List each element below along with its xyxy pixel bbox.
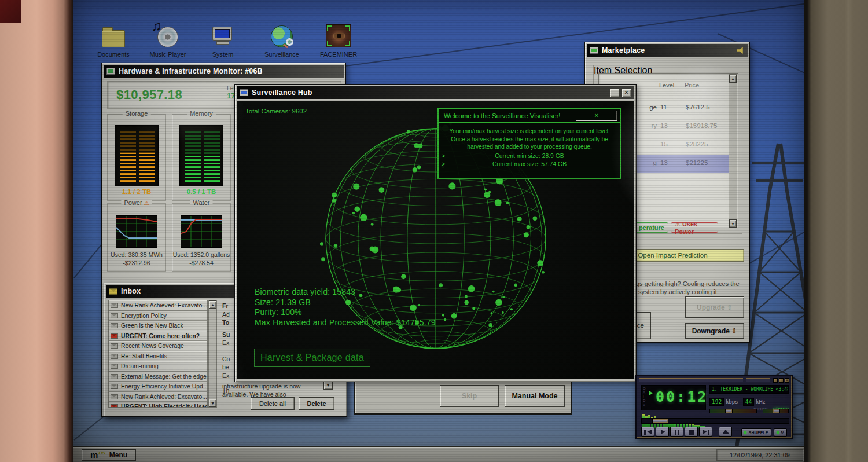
balance-knob[interactable] [773,409,780,413]
balance-slider[interactable] [763,409,789,413]
monitor-bezel-corner [0,0,21,23]
seek-bar[interactable] [641,418,789,424]
list-item[interactable]: Energy Efficiency Initiative Upd... [109,382,207,392]
taskbar-clock: 12/02/1999, 22:31:09 [716,449,803,461]
icon-label: Documents [90,51,137,58]
minimize-icon[interactable]: – [610,89,620,97]
list-item[interactable]: New Rank Achieved: Excavato... [109,392,207,402]
mail-icon [111,374,118,379]
downgrade-button[interactable]: Downgrade ⇩ [685,323,744,339]
power-cost: -$2312.96 [108,259,165,266]
surveillance-viewport: Total Cameras: 9602 Biometric data yield… [237,101,634,379]
prompt-icon: > [442,153,445,159]
icon-label: System [200,51,246,58]
list-item[interactable]: New Rank Achieved: Excavato... [109,300,207,311]
clutterbar[interactable]: OAIDV [643,387,646,407]
scroll-up-icon[interactable]: ▲ [729,75,737,83]
track-title: 1. TEKRIDER - WORKLIFE <3:48> [709,385,789,394]
item-table-scrollbar[interactable]: ▲ ▼ [729,74,737,228]
screen: Documents ♫ Music Player System Surveill… [73,0,804,462]
processing-queue-panel: Skip Manual Mode [354,380,572,415]
mail-icon [111,313,118,318]
memory-led-meter [179,125,223,186]
start-menu-button[interactable]: m OS Menu [82,449,136,461]
seek-handle[interactable] [652,419,668,423]
surveillance-titlebar[interactable]: Surveillance Hub – ✕ [237,86,634,99]
list-item[interactable]: Green is the New Black [109,321,207,331]
scroll-down-icon[interactable]: ▼ [729,219,737,228]
message-scroll-down-icon[interactable]: ▼ [323,381,333,390]
max-size: Current max size: 57.74 GB [492,161,567,167]
monitor-bezel-left [0,0,73,462]
player-minimize-icon[interactable] [773,378,778,383]
list-item[interactable]: Re: Staff Benefits [109,351,207,362]
account-balance: $10,957.18 [116,87,182,102]
mail-icon [111,364,118,369]
next-button[interactable] [699,427,712,437]
harvest-value: Max Harvested and Processed Value: $1479… [255,318,436,328]
computer-icon [212,27,233,47]
upgrade-button[interactable]: Upgrade ⇧ [685,296,744,318]
storage-value: 1.1 / 2 TB [108,188,165,195]
play-button[interactable] [656,427,669,437]
samplerate-value: 44 [743,398,754,406]
marketplace-titlebar[interactable]: Marketplace [587,44,748,57]
inbox-scrollbar[interactable]: ▲ ▼ [208,300,217,408]
previous-button[interactable] [641,427,654,437]
player-titlebar[interactable]: ✕ [639,377,789,383]
list-item[interactable]: External Message: Get the edge... [109,372,207,382]
hardware-titlebar[interactable]: Hardware & Infrastructure Monitor: #06B [104,65,344,78]
window-title: Surveillance Hub [252,89,312,97]
close-icon[interactable]: ✕ [621,89,631,97]
mail-icon [111,303,118,308]
eject-button[interactable] [719,427,732,437]
skip-button[interactable]: Skip [440,385,499,407]
biometric-yield: Biometric data yield: 15843 [255,287,436,298]
power-used: Used: 380.35 MWh [104,251,169,258]
folder-icon [102,30,125,47]
taskbar: m OS Menu 12/02/1999, 22:31:09 [73,447,804,462]
power-usage-group: Power ⚠ Used: 380.35 MWh -$2312.96 [107,203,166,272]
water-usage-group: Water Used: 1352.0 gallons -$278.54 [172,203,231,272]
crt-monitor: Documents ♫ Music Player System Surveill… [0,0,868,462]
shuffle-toggle[interactable]: SHUFFLE [741,428,771,437]
volume-slider[interactable] [709,409,757,413]
desktop-icon-surveillance[interactable]: Surveillance [259,19,305,58]
harvest-purity: Purity: 100% [255,307,436,318]
list-item-urgent[interactable]: URGENT: High Electricity Usage [109,402,207,408]
desktop-icon-documents[interactable]: Documents [90,19,137,58]
scroll-down-icon[interactable]: ▼ [209,399,216,407]
player-shade-icon[interactable] [779,378,784,383]
list-item-urgent[interactable]: URGENT: Come here often? [109,331,207,342]
volume-knob[interactable] [725,409,733,413]
column-header-level: Level [659,82,674,89]
player-close-icon[interactable]: ✕ [785,378,789,383]
dialog-body: Your min/max harvest size is dependent o… [439,123,620,151]
desktop-icon-music-player[interactable]: ♫ Music Player [145,19,191,58]
manual-mode-button[interactable]: Manual Mode [505,385,565,407]
delete-button[interactable]: Delete [299,397,334,410]
scroll-up-icon[interactable]: ▲ [209,300,216,309]
harvest-stats: Biometric data yield: 15843 Size: 21.39 … [255,287,436,328]
music-note-icon: ♫ [151,18,161,34]
mail-icon-urgent [111,333,118,339]
mail-icon [111,384,118,389]
desktop-icon-faceminer[interactable]: FACEMINER [315,19,362,58]
list-item[interactable]: Recent News Coverage [109,341,207,351]
loop-toggle[interactable]: ↻ [774,428,787,437]
delete-all-button[interactable]: Delete all [251,397,295,410]
icon-label: Surveillance [259,51,305,58]
dialog-close-icon[interactable]: ✕ [576,111,617,121]
uses-power-badge: ⚠ Uses Power [671,222,718,233]
list-item[interactable]: Dream-mining [109,361,207,372]
speaker-icon[interactable] [737,47,745,54]
loop-icon: ↻ [781,430,784,435]
power-label: Power [124,199,142,206]
desktop-icon-system[interactable]: System [200,19,246,58]
stop-button[interactable] [685,427,698,437]
pause-button[interactable] [670,427,683,437]
harvest-package-button[interactable]: Harvest & Package data [254,349,370,367]
welcome-dialog: Welcome to the Surveillance Visualiser! … [437,108,621,179]
os-logo: m [90,451,97,459]
list-item[interactable]: Encryption Policy [109,311,207,321]
